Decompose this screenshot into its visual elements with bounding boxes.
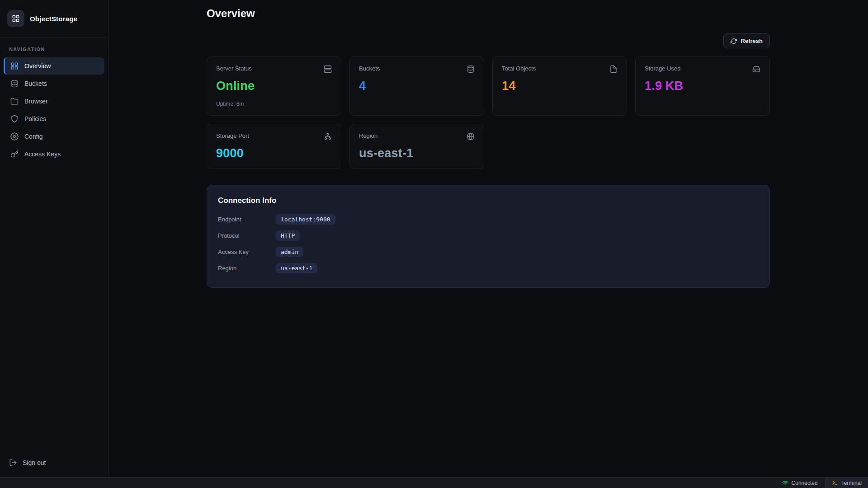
connection-info-title: Connection Info — [218, 196, 759, 205]
key-icon — [10, 150, 19, 158]
refresh-icon — [731, 38, 737, 44]
terminal-toggle[interactable]: Terminal — [825, 478, 868, 488]
sidebar-item-label: Policies — [24, 115, 46, 122]
connection-row-access-key: Access Key admin — [218, 246, 759, 258]
stat-card-storage-used: Storage Used 1.9 KB — [635, 56, 770, 116]
sidebar-item-browser[interactable]: Browser — [4, 93, 104, 110]
stat-label: Storage Used — [645, 65, 681, 72]
connection-label: Access Key — [218, 249, 276, 255]
status-bar: Connected Terminal — [0, 477, 868, 488]
sidebar-item-policies[interactable]: Policies — [4, 110, 104, 127]
page-title: Overview — [207, 0, 770, 20]
stat-card-buckets: Buckets 4 — [349, 56, 484, 116]
stat-card-total-objects: Total Objects 14 — [492, 56, 627, 116]
stat-value: 4 — [359, 79, 475, 93]
stat-card-server-status: Server Status Online Uptime: 6m — [207, 56, 341, 116]
refresh-button[interactable]: Refresh — [723, 33, 770, 48]
connection-value-chip: HTTP — [276, 230, 300, 241]
connection-row-region: Region us-east-1 — [218, 262, 759, 274]
network-icon — [324, 132, 332, 141]
stat-value: us-east-1 — [359, 146, 475, 160]
nav-section-label: NAVIGATION — [0, 38, 108, 57]
stat-value: 1.9 KB — [645, 79, 760, 93]
sidebar-item-label: Buckets — [24, 80, 47, 87]
main-content: Overview Refresh Server Status Online Up… — [108, 0, 868, 477]
database-icon — [10, 80, 19, 88]
sign-out-label: Sign out — [23, 459, 46, 466]
sign-out-button[interactable]: Sign out — [0, 452, 108, 474]
grid-icon — [10, 62, 19, 70]
connection-status-label: Connected — [792, 480, 818, 486]
sidebar-item-config[interactable]: Config — [4, 128, 104, 145]
stat-value: 14 — [502, 79, 618, 93]
shield-icon — [10, 115, 19, 123]
connection-label: Region — [218, 265, 276, 272]
connection-value-chip: us-east-1 — [276, 263, 317, 273]
sidebar: ObjectStorage NAVIGATION Overview Bucket… — [0, 0, 108, 477]
connection-value-chip: localhost:9000 — [276, 214, 335, 225]
wifi-icon — [782, 480, 788, 486]
terminal-icon — [832, 480, 838, 486]
stat-card-storage-port: Storage Port 9000 — [207, 124, 341, 169]
refresh-label: Refresh — [741, 38, 763, 44]
log-out-icon — [9, 459, 17, 467]
sidebar-item-label: Browser — [24, 98, 47, 105]
stat-cards: Server Status Online Uptime: 6m Buckets … — [207, 56, 770, 169]
stat-subtext: Uptime: 6m — [216, 101, 332, 107]
connection-row-protocol: Protocol HTTP — [218, 230, 759, 241]
connection-value-chip: admin — [276, 247, 303, 257]
sidebar-item-label: Overview — [24, 62, 51, 70]
sidebar-item-label: Config — [24, 133, 42, 140]
connection-label: Endpoint — [218, 216, 276, 223]
app-logo-icon — [7, 10, 24, 27]
connection-label: Protocol — [218, 232, 276, 239]
stat-label: Total Objects — [502, 65, 536, 72]
server-icon — [324, 65, 332, 73]
gear-icon — [10, 132, 19, 141]
app-logo-row: ObjectStorage — [0, 0, 108, 38]
connection-info-panel: Connection Info Endpoint localhost:9000 … — [207, 185, 770, 288]
stat-card-region: Region us-east-1 — [349, 124, 484, 169]
connection-status: Connected — [775, 478, 825, 488]
nav-list: Overview Buckets Browser Policies Config — [0, 57, 108, 452]
stat-value: Online — [216, 79, 332, 93]
folder-icon — [10, 97, 19, 105]
stat-label: Storage Port — [216, 132, 249, 139]
stat-label: Buckets — [359, 65, 380, 72]
terminal-label: Terminal — [841, 480, 862, 486]
sidebar-item-access-keys[interactable]: Access Keys — [4, 145, 104, 163]
database-icon — [467, 65, 475, 73]
stat-label: Server Status — [216, 65, 252, 72]
connection-row-endpoint: Endpoint localhost:9000 — [218, 213, 759, 225]
hard-drive-icon — [752, 65, 760, 73]
file-icon — [609, 65, 618, 73]
sidebar-item-buckets[interactable]: Buckets — [4, 75, 104, 92]
stat-value: 9000 — [216, 146, 332, 160]
globe-icon — [467, 132, 475, 141]
sidebar-item-label: Access Keys — [24, 150, 61, 158]
app-title: ObjectStorage — [30, 15, 77, 23]
sidebar-item-overview[interactable]: Overview — [4, 57, 104, 75]
stat-label: Region — [359, 132, 377, 139]
